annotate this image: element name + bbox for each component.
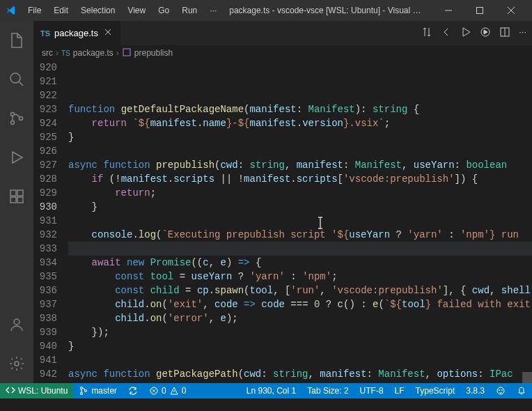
- breadcrumb[interactable]: src › TS package.ts › prepublish: [33, 45, 532, 61]
- tab-size[interactable]: Tab Size: 2: [302, 386, 354, 396]
- svg-rect-12: [17, 197, 23, 203]
- remote-label: WSL: Ubuntu: [18, 386, 68, 396]
- activity-bar: [0, 21, 33, 383]
- search-icon[interactable]: [0, 65, 33, 93]
- breadcrumb-file[interactable]: package.ts: [73, 48, 114, 58]
- breadcrumb-symbol[interactable]: prepublish: [134, 48, 173, 58]
- close-button[interactable]: [495, 0, 526, 21]
- encoding[interactable]: UTF-8: [354, 386, 389, 396]
- menu-go[interactable]: Go: [152, 3, 175, 18]
- svg-rect-1: [476, 8, 483, 14]
- svg-point-14: [15, 362, 19, 366]
- editor-area: TS package.ts ··· src › TS package.ts ›: [33, 21, 532, 383]
- breadcrumb-src[interactable]: src: [42, 48, 53, 58]
- menu-selection[interactable]: Selection: [75, 3, 120, 18]
- svg-point-22: [81, 393, 83, 395]
- menu-···[interactable]: ···: [204, 3, 222, 18]
- svg-point-4: [10, 73, 20, 83]
- menu-run[interactable]: Run: [176, 3, 203, 18]
- feedback-icon[interactable]: [490, 386, 511, 396]
- error-count: 0: [162, 386, 166, 396]
- vscode-logo-icon: [6, 5, 17, 16]
- typescript-file-icon: TS: [40, 29, 50, 38]
- warning-count: 0: [182, 386, 187, 396]
- branch-label: master: [91, 386, 117, 396]
- sync-button[interactable]: [123, 386, 143, 396]
- compare-changes-icon[interactable]: [421, 26, 432, 40]
- menu-edit[interactable]: Edit: [48, 3, 74, 18]
- typescript-file-icon: TS: [61, 49, 70, 57]
- explorer-icon[interactable]: [0, 26, 33, 54]
- tab-bar: TS package.ts ···: [33, 21, 532, 45]
- menubar: FileEditSelectionViewGoRun···: [22, 3, 222, 18]
- ts-version[interactable]: 3.8.3: [460, 386, 490, 396]
- go-back-icon[interactable]: [441, 26, 452, 40]
- svg-line-5: [19, 82, 23, 86]
- git-branch[interactable]: master: [73, 386, 123, 396]
- method-icon: [122, 47, 132, 59]
- problems[interactable]: 0 0: [143, 386, 191, 396]
- run-above-icon[interactable]: [480, 26, 491, 40]
- code-lines[interactable]: function getDefaultPackageName(manifest:…: [68, 61, 532, 383]
- window-controls: [432, 0, 526, 21]
- more-actions-icon[interactable]: ···: [519, 26, 526, 40]
- tab-label: package.ts: [54, 28, 98, 38]
- source-control-icon[interactable]: [0, 104, 33, 132]
- svg-rect-11: [10, 197, 16, 203]
- run-debug-icon[interactable]: [0, 144, 33, 171]
- svg-point-30: [502, 390, 503, 391]
- language-mode[interactable]: TypeScript: [410, 386, 461, 396]
- svg-point-8: [19, 117, 23, 121]
- line-gutter: 9209219229239249259269279289299309319329…: [33, 61, 68, 383]
- minimize-button[interactable]: [432, 0, 464, 21]
- status-bar: WSL: Ubuntu master 0 0 Ln 930, Col 1 Tab…: [0, 383, 532, 398]
- svg-rect-20: [123, 49, 130, 56]
- chevron-right-icon: ›: [116, 48, 119, 58]
- menu-view[interactable]: View: [122, 3, 151, 18]
- close-icon[interactable]: [102, 26, 114, 40]
- remote-indicator[interactable]: WSL: Ubuntu: [0, 383, 73, 398]
- eol[interactable]: LF: [389, 386, 410, 396]
- svg-rect-10: [17, 190, 23, 196]
- svg-rect-9: [10, 190, 16, 196]
- chevron-right-icon: ›: [56, 48, 58, 58]
- extensions-icon[interactable]: [0, 183, 33, 210]
- titlebar: FileEditSelectionViewGoRun··· package.ts…: [0, 0, 532, 21]
- scroll-thumb[interactable]: [522, 372, 532, 383]
- run-icon[interactable]: [460, 26, 471, 40]
- editor-actions: ···: [421, 26, 526, 40]
- account-icon[interactable]: [0, 311, 33, 339]
- vertical-scrollbar[interactable]: [522, 100, 532, 383]
- tab-package-ts[interactable]: TS package.ts: [33, 21, 121, 45]
- menu-file[interactable]: File: [22, 3, 47, 18]
- cursor-position[interactable]: Ln 930, Col 1: [241, 386, 302, 396]
- notifications-icon[interactable]: [511, 386, 532, 396]
- svg-point-6: [11, 113, 15, 116]
- settings-gear-icon[interactable]: [0, 350, 33, 378]
- maximize-button[interactable]: [464, 0, 495, 21]
- code-editor[interactable]: 9209219229239249259269279289299309319329…: [33, 61, 532, 383]
- svg-point-13: [14, 319, 19, 325]
- split-editor-icon[interactable]: [499, 26, 510, 40]
- svg-point-7: [11, 121, 15, 125]
- window-title: package.ts - vscode-vsce [WSL: Ubuntu] -…: [222, 6, 432, 15]
- svg-point-29: [499, 390, 500, 391]
